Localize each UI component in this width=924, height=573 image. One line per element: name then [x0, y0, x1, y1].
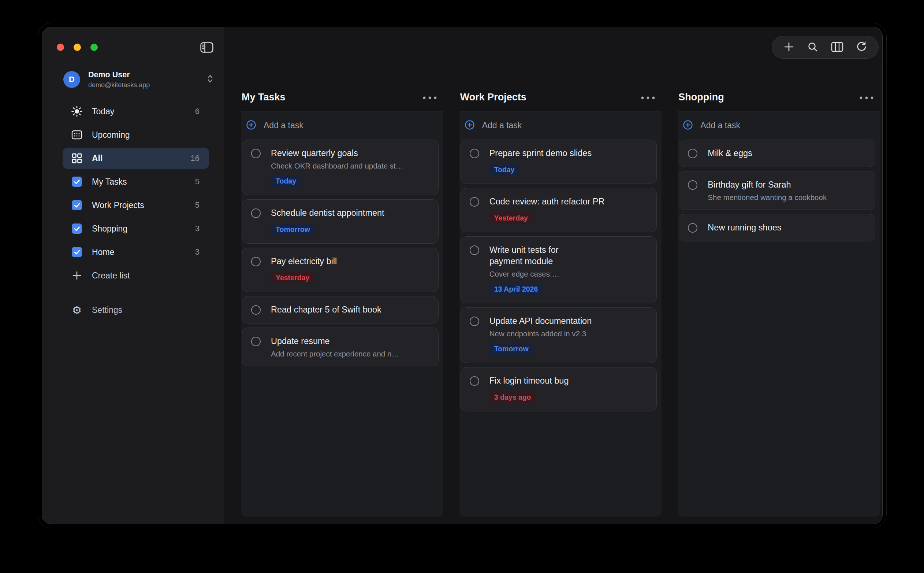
task-title: Read chapter 5 of Swift book	[271, 304, 381, 315]
sidebar-item-count: 5	[195, 177, 200, 186]
column-title: My Tasks	[242, 92, 286, 103]
column-my-tasks: My Tasks Add a task Re	[241, 27, 443, 524]
column-menu-button[interactable]	[858, 93, 875, 103]
add-button[interactable]	[783, 41, 795, 54]
task-due-badge: Today	[490, 164, 520, 176]
task-complete-toggle[interactable]	[688, 223, 698, 233]
sidebar-item-label: All	[92, 153, 191, 163]
task-card[interactable]: Birthday gift for Sarah She mentioned wa…	[679, 171, 875, 210]
sidebar-toggle-icon	[200, 49, 214, 54]
sidebar-item-label: Today	[92, 106, 195, 116]
task-complete-toggle[interactable]	[251, 337, 261, 346]
task-complete-toggle[interactable]	[470, 376, 479, 386]
task-title: Pay electricity bill	[271, 256, 337, 267]
column-title: Shopping	[678, 92, 724, 103]
column-menu-button[interactable]	[421, 93, 438, 103]
task-card[interactable]: Prepare sprint demo slides Today	[460, 139, 657, 184]
task-card[interactable]: Review quarterly goals Check OKR dashboa…	[242, 139, 439, 195]
search-icon	[807, 41, 819, 54]
add-task-button[interactable]: Add a task	[459, 111, 662, 139]
settings-button[interactable]: ⚙ Settings	[62, 299, 209, 321]
avatar: D	[63, 71, 80, 88]
task-complete-toggle[interactable]	[688, 149, 698, 158]
create-list-label: Create list	[92, 271, 200, 281]
refresh-button[interactable]	[855, 41, 867, 54]
task-complete-toggle[interactable]	[470, 246, 479, 255]
sidebar-item-today[interactable]: Today 6	[62, 101, 209, 122]
column-menu-button[interactable]	[640, 93, 656, 103]
task-subtitle: She mentioned wanting a cookbook	[708, 193, 827, 202]
task-title: New running shoes	[708, 222, 781, 233]
task-due-badge: 13 April 2026	[490, 283, 543, 295]
sidebar-item-my-tasks[interactable]: My Tasks 5	[62, 171, 209, 193]
task-complete-toggle[interactable]	[470, 149, 479, 158]
user-profile[interactable]: D Demo User demo@kitetasks.app	[63, 66, 214, 93]
window-controls	[57, 44, 98, 51]
sidebar-item-upcoming[interactable]: Upcoming	[62, 124, 209, 146]
sidebar-item-count: 6	[195, 106, 200, 116]
task-title: Update resume	[271, 336, 330, 347]
task-card[interactable]: Milk & eggs	[679, 139, 875, 167]
chevron-updown-icon	[207, 74, 214, 85]
column-panel: Add a task Milk & eggs Birthday gift for…	[677, 111, 880, 517]
user-email: demo@kitetasks.app	[88, 81, 207, 89]
search-button[interactable]	[807, 41, 819, 54]
sidebar: D Demo User demo@kitetasks.app Today 6 U…	[42, 27, 224, 524]
columns-view-button[interactable]	[831, 41, 843, 53]
task-title: Write unit tests for payment module	[490, 244, 559, 267]
task-complete-toggle[interactable]	[251, 208, 261, 218]
task-card[interactable]: New running shoes	[679, 214, 875, 241]
task-title: Birthday gift for Sarah	[708, 179, 791, 191]
task-card[interactable]: Read chapter 5 of Swift book	[242, 296, 439, 324]
task-card[interactable]: Update resume Add recent project experie…	[242, 327, 439, 366]
ellipsis-icon	[859, 95, 874, 101]
column-panel: Add a task Review quarterly goals Check …	[241, 111, 443, 517]
sidebar-item-label: Shopping	[92, 224, 195, 234]
task-complete-toggle[interactable]	[688, 180, 698, 190]
task-card[interactable]: Write unit tests for payment module Cove…	[460, 236, 657, 303]
calendar-icon	[71, 129, 83, 141]
toolbar	[772, 36, 879, 59]
columns-icon	[831, 41, 843, 53]
task-complete-toggle[interactable]	[251, 305, 261, 315]
plus-circle-icon	[683, 120, 693, 132]
grid-icon	[71, 152, 83, 164]
column-panel: Add a task Prepare sprint demo slides To…	[459, 111, 662, 517]
checkbox-icon	[71, 223, 83, 235]
sidebar-item-work-projects[interactable]: Work Projects 5	[62, 194, 209, 216]
task-card[interactable]: Fix login timeout bug 3 days ago	[460, 367, 657, 412]
zoom-button[interactable]	[91, 44, 98, 51]
plus-icon	[71, 270, 83, 281]
sidebar-item-all[interactable]: All 16	[62, 148, 209, 169]
sidebar-item-label: Work Projects	[92, 200, 195, 210]
sidebar-item-shopping[interactable]: Shopping 3	[62, 218, 209, 239]
add-task-button[interactable]: Add a task	[677, 111, 880, 139]
column-work-projects: Work Projects Add a task	[459, 27, 662, 524]
task-card[interactable]: Pay electricity bill Yesterday	[242, 248, 439, 292]
close-button[interactable]	[57, 44, 64, 51]
create-list-button[interactable]: Create list	[62, 265, 209, 286]
task-list: Milk & eggs Birthday gift for Sarah She …	[677, 139, 880, 247]
task-complete-toggle[interactable]	[251, 149, 261, 158]
sidebar-toggle-button[interactable]	[200, 42, 214, 54]
task-due-badge: Tomorrow	[490, 343, 534, 355]
task-due-badge: 3 days ago	[490, 391, 536, 403]
task-card[interactable]: Schedule dentist appointment Tomorrow	[242, 199, 439, 244]
task-complete-toggle[interactable]	[251, 257, 261, 266]
task-list: Prepare sprint demo slides Today Code re…	[459, 139, 662, 416]
task-complete-toggle[interactable]	[470, 197, 479, 207]
task-complete-toggle[interactable]	[470, 316, 479, 326]
task-card[interactable]: Code review: auth refactor PR Yesterday	[460, 188, 657, 232]
sidebar-item-home[interactable]: Home 3	[62, 241, 209, 263]
add-task-label: Add a task	[264, 121, 303, 130]
task-card[interactable]: Update API documentation New endpoints a…	[460, 307, 657, 363]
plus-circle-icon	[246, 120, 256, 132]
sidebar-item-label: My Tasks	[92, 177, 195, 187]
minimize-button[interactable]	[73, 44, 81, 51]
ellipsis-icon	[422, 95, 437, 101]
task-title: Milk & eggs	[708, 148, 752, 159]
task-title: Schedule dentist appointment	[271, 207, 384, 219]
ellipsis-icon	[640, 95, 656, 101]
add-task-button[interactable]: Add a task	[241, 111, 443, 139]
sidebar-list: Today 6 Upcoming All 16 My Tasks 5 Work …	[42, 101, 224, 263]
